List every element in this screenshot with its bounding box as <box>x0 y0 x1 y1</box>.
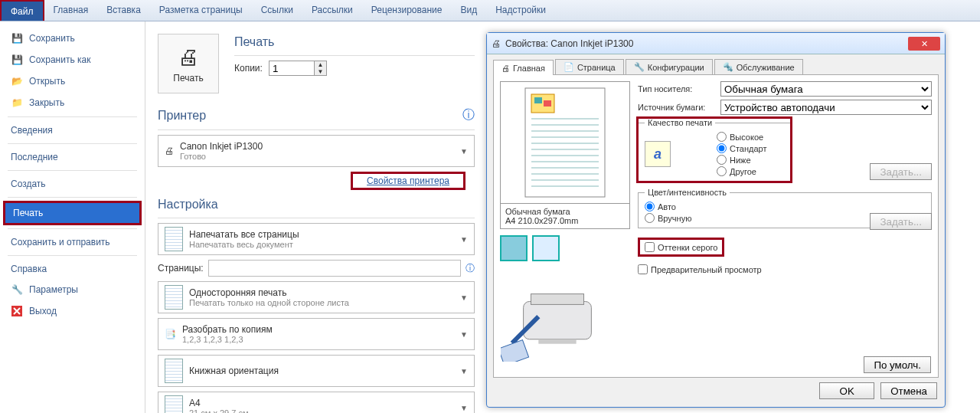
sidebar-item-exit[interactable]: Выход <box>0 300 145 322</box>
print-button[interactable]: 🖨 Печать <box>158 34 219 93</box>
printer-properties-link[interactable]: Свойства принтера <box>351 172 466 190</box>
color-set-button: Задать... <box>870 213 932 230</box>
chevron-down-icon[interactable]: ▼ <box>315 68 326 75</box>
collate-dropdown[interactable]: 📑 Разобрать по копиям1,2,3 1,2,3 1,2,3 ▼ <box>158 318 475 350</box>
sidebar-label: Сохранить и отправить <box>11 237 110 247</box>
dialog-title: Свойства: Canon Inkjet iP1300 <box>505 38 633 49</box>
divider <box>8 170 137 171</box>
document-icon <box>165 285 183 310</box>
page-icon <box>165 395 183 413</box>
tab-icon: 🖨 <box>501 64 510 73</box>
print-panel: 🖨 Печать Печать Копии: ▲▼ Принтерⓘ 🖨 <box>145 21 475 413</box>
copies-input[interactable] <box>269 61 315 76</box>
divider <box>8 255 137 256</box>
media-select[interactable]: Обычная бумага <box>720 81 932 97</box>
sidebar-item-close[interactable]: 📁Закрыть <box>0 92 145 113</box>
ok-button[interactable]: OK <box>819 382 874 399</box>
color-radio-auto[interactable]: Авто <box>645 202 925 211</box>
divider <box>8 228 137 229</box>
close-button[interactable]: ✕ <box>908 37 940 51</box>
options-icon: 🔧 <box>11 284 23 296</box>
tab-page[interactable]: 📄Страница <box>555 59 624 74</box>
source-label: Источник бумаги: <box>638 103 716 112</box>
ribbon-tab-links[interactable]: Ссылки <box>252 0 302 21</box>
chevron-down-icon: ▼ <box>460 367 468 375</box>
sidebar-item-save[interactable]: 💾Сохранить <box>0 28 145 49</box>
quality-radio-high[interactable]: Высокое <box>717 132 767 142</box>
ribbon-tab-addins[interactable]: Надстройки <box>486 0 555 21</box>
quality-radio-other[interactable]: Другое <box>717 166 767 176</box>
preview-pane: Обычная бумага A4 210.0x297.0mm <box>500 81 630 371</box>
orientation-dropdown[interactable]: Книжная ориентация ▼ <box>158 355 475 387</box>
printer-illustration <box>500 270 615 362</box>
svg-rect-3 <box>534 97 542 103</box>
opt-sub: 21 см x 29,7 см <box>189 408 249 413</box>
quality-legend: Качество печати <box>645 118 715 127</box>
portrait-icon <box>165 359 183 383</box>
sidebar-item-info[interactable]: Сведения <box>0 120 145 140</box>
preview-size: A4 210.0x297.0mm <box>505 216 625 225</box>
pages-input[interactable] <box>208 260 461 277</box>
chevron-up-icon[interactable]: ▲ <box>315 61 326 68</box>
ribbon-tab-home[interactable]: Главная <box>44 0 98 21</box>
info-icon[interactable]: ⓘ <box>466 262 475 275</box>
printer-icon: 🖨 <box>492 38 501 49</box>
printer-name: Canon Inkjet iP1300 <box>180 141 263 152</box>
close-file-icon: 📁 <box>11 97 23 109</box>
sidebar-item-recent[interactable]: Последние <box>0 147 145 167</box>
print-range-dropdown[interactable]: Напечатать все страницыНапечатать весь д… <box>158 223 475 255</box>
ribbon-tab-layout[interactable]: Разметка страницы <box>150 0 252 21</box>
chevron-down-icon: ▼ <box>460 293 468 302</box>
ribbon-tab-insert[interactable]: Вставка <box>97 0 150 21</box>
ribbon-tab-view[interactable]: Вид <box>451 0 486 21</box>
opt-sub: 1,2,3 1,2,3 1,2,3 <box>182 335 273 344</box>
sidebar-label: Сохранить <box>29 33 75 44</box>
sidebar-item-help[interactable]: Справка <box>0 259 145 279</box>
source-select[interactable]: Устройство автоподачи <box>720 100 932 115</box>
printer-dropdown[interactable]: 🖨 Canon Inkjet iP1300 Готово ▼ <box>158 135 475 167</box>
defaults-button[interactable]: По умолч. <box>864 356 931 373</box>
tab-maintenance[interactable]: 🔩Обслуживание <box>714 59 803 74</box>
divider <box>8 143 137 144</box>
tab-config[interactable]: 🔧Конфигурации <box>626 59 713 74</box>
dialog-titlebar[interactable]: 🖨 Свойства: Canon Inkjet iP1300 ✕ <box>487 33 945 54</box>
quality-radio-standard[interactable]: Стандарт <box>717 143 767 153</box>
cancel-button[interactable]: Отмена <box>880 382 937 399</box>
sidebar-label: Создать <box>11 179 46 189</box>
sidebar-item-new[interactable]: Создать <box>0 174 145 194</box>
spinner-arrows[interactable]: ▲▼ <box>315 61 327 76</box>
svg-rect-21 <box>501 340 529 362</box>
opt-title: Односторонняя печать <box>189 287 349 298</box>
backstage-sidebar: 💾Сохранить 💾Сохранить как 📂Открыть 📁Закр… <box>0 21 145 413</box>
settings-pane: Тип носителя:Обычная бумага Источник бум… <box>638 81 932 371</box>
dialog-footer: OK Отмена <box>493 378 939 401</box>
printer-icon: 🖨 <box>178 44 199 70</box>
exit-icon <box>11 305 23 317</box>
opt-title: Книжная ориентация <box>189 365 279 376</box>
sidebar-label: Сведения <box>11 125 53 136</box>
opt-title: Напечатать все страницы <box>189 229 299 240</box>
sidebar-item-print[interactable]: Печать <box>3 201 142 225</box>
svg-rect-19 <box>538 339 576 344</box>
dialog-tabs: 🖨Главная 📄Страница 🔧Конфигурации 🔩Обслуж… <box>493 59 939 75</box>
tab-main[interactable]: 🖨Главная <box>493 60 554 75</box>
copies-label: Копии: <box>234 63 263 74</box>
grayscale-checkbox[interactable]: Оттенки серого <box>638 238 724 257</box>
sidebar-item-options[interactable]: 🔧Параметры <box>0 279 145 300</box>
ribbon-tab-review[interactable]: Рецензирование <box>362 0 452 21</box>
ribbon-tab-mailings[interactable]: Рассылки <box>302 0 362 21</box>
duplex-dropdown[interactable]: Односторонняя печатьПечатать только на о… <box>158 281 475 313</box>
sidebar-item-open[interactable]: 📂Открыть <box>0 70 145 92</box>
divider <box>8 197 137 198</box>
preview-checkbox[interactable]: Предварительный просмотр <box>638 264 932 274</box>
copies-spinner[interactable]: ▲▼ <box>269 61 327 76</box>
sidebar-label: Закрыть <box>29 97 64 108</box>
quality-radio-low[interactable]: Ниже <box>717 155 767 165</box>
sidebar-item-saveas[interactable]: 💾Сохранить как <box>0 49 145 70</box>
opt-sub: Напечатать весь документ <box>189 240 299 249</box>
color-legend: Цвет/интенсивность <box>645 188 730 197</box>
paper-size-dropdown[interactable]: A421 см x 29,7 см ▼ <box>158 392 475 413</box>
info-icon[interactable]: ⓘ <box>462 107 475 123</box>
sidebar-item-share[interactable]: Сохранить и отправить <box>0 232 145 252</box>
ribbon-tab-file[interactable]: Файл <box>0 0 44 21</box>
